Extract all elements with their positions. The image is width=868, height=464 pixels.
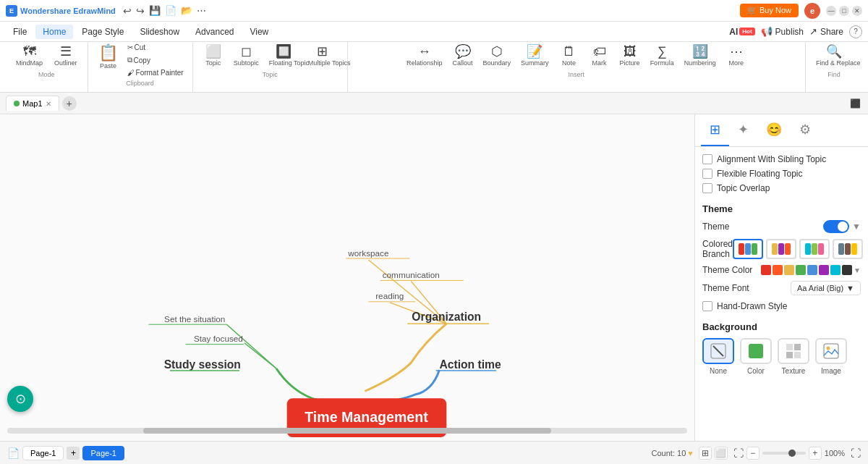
tab-map1[interactable]: Map1 ✕ [6,96,59,111]
svg-text:Organization: Organization [412,311,481,323]
bg-image-option[interactable]: Image [815,338,847,375]
branch-opt-3[interactable] [799,239,830,259]
open-file-btn[interactable]: 📂 [179,5,194,17]
view-btn-1[interactable]: ⊞ [699,447,712,460]
page1-tab[interactable]: Page-1 [22,446,64,460]
save-btn[interactable]: 💾 [148,5,162,17]
branch-opt-2[interactable] [766,239,796,259]
page-icon[interactable]: 📄 [7,447,20,459]
picture-button[interactable]: 🖼 Picture [616,42,644,69]
paste-button[interactable]: 📋 Paste [94,42,123,72]
menu-slideshow[interactable]: Slideshow [132,25,187,39]
undo-redo-group: ↩ ↪ 💾 📄 📂 ⋯ [122,5,208,17]
bg-image-label: Image [821,367,841,375]
color-swatch-dark[interactable] [842,265,852,275]
mark-icon: 🏷 [593,45,606,58]
more-insert-button[interactable]: ⋯ More [722,42,751,69]
bg-image-icon [815,338,847,364]
note-button[interactable]: 🗒 Note [555,42,584,69]
redo-btn[interactable]: ↪ [135,5,146,17]
copy-button[interactable]: ⧉ Copy [124,54,187,66]
new-file-btn[interactable]: 📄 [163,5,178,17]
svg-text:reading: reading [375,291,404,300]
minimize-button[interactable]: — [826,6,836,16]
find-replace-button[interactable]: 🔍 Find & Replace [812,42,856,69]
panel-tab-style[interactable]: ⊞ [701,114,729,146]
theme-toggle[interactable] [823,220,849,233]
bg-texture-option[interactable]: Texture [778,338,809,375]
zoom-slider[interactable] [762,452,806,455]
mindmap-mode-button[interactable]: 🗺 MindMap [12,42,47,69]
menu-file[interactable]: File [6,25,34,39]
multiple-topics-button[interactable]: ⊞ Multiple Topics [304,42,341,69]
add-page-button[interactable]: + [67,447,80,460]
checkbox-overlap-input[interactable] [702,183,712,193]
cut-button[interactable]: ✂ Cut [124,42,187,53]
note-label: Note [562,59,576,67]
formula-button[interactable]: ∑ Formula [646,42,678,69]
zoom-fit-btn[interactable]: ⛶ [733,447,744,459]
checkbox-flexible-input[interactable] [702,169,712,179]
color-swatch-blue[interactable] [807,265,817,275]
panel-tab-emoji[interactable]: 😊 [757,114,791,146]
maximize-button[interactable]: □ [839,6,849,16]
h-scrollbar[interactable] [7,426,687,435]
help-button[interactable]: ? [849,25,862,38]
canvas[interactable]: Time Management Organization workspace c… [0,114,694,441]
callout-button[interactable]: 💬 Callout [448,42,477,69]
floating-topic-button[interactable]: 🔲 Floating Topic [265,42,302,69]
color-swatch-cyan[interactable] [830,265,841,275]
theme-dropdown-arrow[interactable]: ▼ [852,222,861,232]
user-avatar[interactable]: e [804,3,820,19]
topic-button[interactable]: ⬜ Topic [199,42,228,69]
hand-drawn-checkbox[interactable] [702,301,712,311]
left-tool-icon-button[interactable]: ⊙ [7,386,33,412]
color-swatch-green[interactable] [796,265,806,275]
zoom-controls: ⛶ − + 100% [733,447,845,460]
bg-none-option[interactable]: None [702,338,734,375]
branch-opt-1[interactable] [733,239,763,259]
view-btn-2[interactable]: ⬜ [715,447,728,460]
boundary-button[interactable]: ⬡ Boundary [479,42,516,69]
checkbox-alignment-input[interactable] [702,154,712,164]
undo-btn[interactable]: ↩ [122,5,133,17]
more-btn[interactable]: ⋯ [195,5,208,17]
bg-color-option[interactable]: Color [740,338,772,375]
theme-font-dropdown[interactable]: Aa Arial (Big) ▼ [791,281,861,295]
panel-tab-magic[interactable]: ✦ [729,114,757,146]
add-tab-button[interactable]: + [62,96,77,111]
branch-opt-4[interactable] [833,239,863,259]
relationship-button[interactable]: ↔ Relationship [402,42,447,69]
tab-close-button[interactable]: ✕ [46,100,51,108]
formula-label: Formula [650,59,674,67]
multiple-topics-label: Multiple Topics [308,59,337,67]
tab-expand-button[interactable]: ⬛ [848,96,862,111]
fullscreen-btn[interactable]: ⛶ [851,447,861,459]
share-button[interactable]: ↗ Share [809,26,843,37]
menu-home[interactable]: Home [35,25,73,39]
color-dropdown-arrow[interactable]: ▼ [854,266,861,274]
publish-button[interactable]: 📢 Publish [761,26,804,37]
menu-view[interactable]: View [242,25,276,39]
menu-page-style[interactable]: Page Style [75,25,131,39]
color-swatch-yellow[interactable] [784,265,794,275]
multiple-topics-icon: ⊞ [317,45,328,58]
insert-group-label: Insert [354,71,799,78]
zoom-out-button[interactable]: − [746,447,760,460]
numbering-button[interactable]: 🔢 Numbering [680,42,720,69]
zoom-in-button[interactable]: + [809,447,822,460]
outliner-mode-button[interactable]: ☰ Outliner [50,42,82,69]
menu-advanced[interactable]: Advanced [188,25,241,39]
color-swatch-orange[interactable] [773,265,783,275]
summary-button[interactable]: 📝 Summary [516,42,553,69]
color-swatch-purple[interactable] [819,265,829,275]
buy-now-button[interactable]: 🛒 Buy Now [740,4,799,17]
current-page-tab[interactable]: Page-1 [82,446,124,460]
subtopic-button[interactable]: ◻ Subtopic [229,42,263,69]
color-swatch-red[interactable] [761,265,771,275]
format-painter-button[interactable]: 🖌 Format Painter [124,67,187,78]
mark-button[interactable]: 🏷 Mark [585,42,614,69]
panel-tab-settings[interactable]: ⚙ [791,114,820,146]
close-button[interactable]: ✕ [852,6,862,16]
hot-badge: Hot [739,28,754,35]
